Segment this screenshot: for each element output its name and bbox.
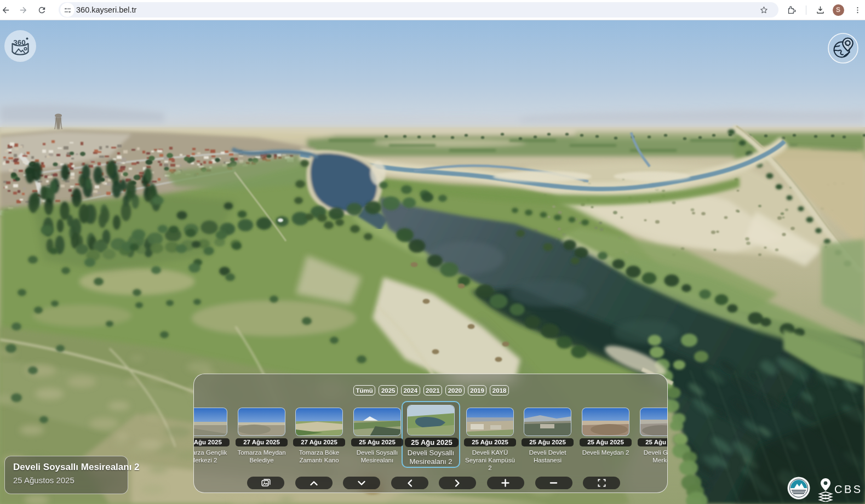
svg-text:CBS: CBS xyxy=(834,483,863,495)
